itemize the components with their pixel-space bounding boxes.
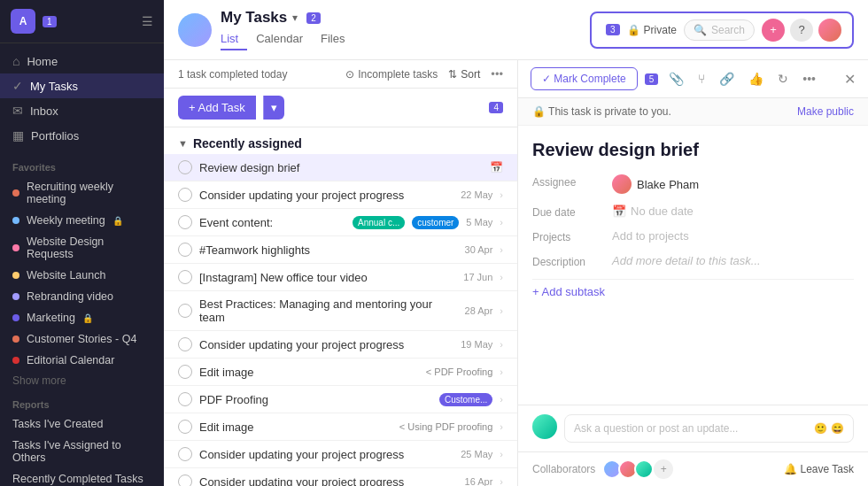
- table-row[interactable]: ○ Event content: Annual c... customer 5 …: [164, 209, 517, 236]
- add-task-button[interactable]: + Add Task: [178, 96, 256, 120]
- org-logo[interactable]: A: [11, 9, 35, 34]
- table-row[interactable]: ○ Consider updating your project progres…: [164, 441, 517, 468]
- table-row[interactable]: ○ Consider updating your project progres…: [164, 331, 517, 359]
- task-scroll[interactable]: ▼ Recently assigned ○ Review design brie…: [164, 127, 517, 486]
- fav-item-recruiting[interactable]: Recruiting weekly meeting: [0, 176, 164, 210]
- like-icon[interactable]: 👍: [745, 70, 767, 88]
- table-row[interactable]: ○ Consider updating your project progres…: [164, 468, 517, 486]
- fav-item-weekly[interactable]: Weekly meeting 🔒: [0, 210, 164, 231]
- task-list-header: 1 task completed today ⊙ Incomplete task…: [164, 60, 517, 89]
- add-projects-value[interactable]: Add to projects: [612, 229, 689, 243]
- table-row[interactable]: ○ Review design brief 📅: [164, 154, 517, 181]
- check-icon: ⊙: [345, 68, 354, 81]
- topbar: My Tasks ▾ 2 List Calendar Files 3 🔒 Pri…: [164, 0, 868, 60]
- fav-item-website-launch[interactable]: Website Launch: [0, 265, 164, 286]
- tab-bar: List Calendar Files: [221, 30, 353, 50]
- report-tasks-assigned[interactable]: Tasks I've Assigned to Others: [0, 435, 164, 468]
- tab-files[interactable]: Files: [312, 30, 353, 50]
- leave-task-button[interactable]: 🔔 Leave Task: [784, 463, 854, 475]
- mark-complete-button[interactable]: ✓ Mark Complete: [531, 67, 638, 90]
- task-detail-title[interactable]: Review design brief: [532, 140, 854, 160]
- due-date-field: Due date 📅 No due date: [532, 204, 854, 219]
- report-tasks-created[interactable]: Tasks I've Created: [0, 413, 164, 435]
- more-options-icon[interactable]: •••: [799, 70, 819, 88]
- detail-content: Review design brief Assignee Blake Pham …: [518, 126, 868, 405]
- laugh-icon[interactable]: 😄: [831, 422, 844, 435]
- add-button[interactable]: +: [762, 19, 785, 42]
- link-icon[interactable]: 🔗: [716, 70, 738, 88]
- task-checkbox[interactable]: ○: [178, 447, 192, 461]
- collaborator-avatar-3: [634, 459, 654, 479]
- fav-item-editorial[interactable]: Editorial Calendar: [0, 350, 164, 371]
- sidebar-item-my-tasks[interactable]: ✓ My Tasks: [0, 73, 164, 98]
- tab-calendar[interactable]: Calendar: [247, 30, 312, 50]
- refresh-icon[interactable]: ↻: [774, 70, 792, 88]
- task-checkbox[interactable]: ○: [178, 474, 192, 486]
- task-checkbox[interactable]: ○: [178, 160, 192, 174]
- description-value[interactable]: Add more detail to this task...: [612, 254, 761, 267]
- fav-item-customer-stories[interactable]: Customer Stories - Q4: [0, 328, 164, 350]
- fav-dot: [12, 272, 19, 279]
- table-row[interactable]: ○ Consider updating your project progres…: [164, 181, 517, 209]
- my-tasks-icon: ✓: [12, 79, 23, 93]
- attachment-icon[interactable]: 📎: [665, 70, 687, 88]
- task-checkbox[interactable]: ○: [178, 365, 192, 379]
- title-dropdown-icon[interactable]: ▾: [292, 12, 298, 24]
- task-checkbox[interactable]: ○: [178, 304, 192, 318]
- sidebar-item-home[interactable]: ⌂ Home: [0, 49, 164, 73]
- task-checkbox[interactable]: ○: [178, 337, 192, 351]
- table-row[interactable]: ○ PDF Proofing Custome... ›: [164, 386, 517, 413]
- sidebar-item-inbox[interactable]: ✉ Inbox: [0, 98, 164, 123]
- task-checkbox[interactable]: ○: [178, 270, 192, 284]
- task-checkbox[interactable]: ○: [178, 188, 192, 202]
- tag-customer: customer: [412, 216, 459, 229]
- task-checkbox[interactable]: ○: [178, 215, 192, 229]
- fav-item-rebranding[interactable]: Rebranding video: [0, 286, 164, 307]
- tab-list[interactable]: List: [221, 30, 247, 50]
- chevron-right-icon: ›: [500, 189, 503, 200]
- task-checkbox[interactable]: ○: [178, 243, 192, 257]
- detail-badge: 5: [645, 73, 659, 85]
- sidebar-header: A 1 ☰: [0, 0, 164, 43]
- task-toolbar: + Add Task ▾ 4: [164, 89, 517, 127]
- branch-icon[interactable]: ⑂: [694, 70, 709, 88]
- topbar-right-section: 3 🔒 Private 🔍 Search + ?: [590, 12, 854, 49]
- table-row[interactable]: ○ #Teamwork highlights 30 Apr ›: [164, 236, 517, 264]
- collaborators-avatars: +: [602, 459, 673, 479]
- recently-assigned-header[interactable]: ▼ Recently assigned: [164, 127, 517, 154]
- incomplete-badge: ⊙ Incomplete tasks: [345, 68, 438, 81]
- add-task-dropdown-button[interactable]: ▾: [263, 96, 284, 120]
- report-recently-completed[interactable]: Recently Completed Tasks: [0, 468, 164, 486]
- chevron-right-icon: ›: [500, 272, 503, 282]
- table-row[interactable]: ○ Edit image < Using PDF proofing ›: [164, 413, 517, 441]
- smiley-icon[interactable]: 🙂: [814, 422, 827, 435]
- fav-item-website-design[interactable]: Website Design Requests: [0, 231, 164, 265]
- task-checkbox[interactable]: ○: [178, 392, 192, 406]
- table-row[interactable]: ○ Edit image < PDF Proofing ›: [164, 359, 517, 386]
- sidebar: A 1 ☰ ⌂ Home ✓ My Tasks ✉ Inbox ▦ Portfo…: [0, 0, 164, 486]
- comment-input[interactable]: Ask a question or post an update... 🙂 😄: [564, 414, 854, 443]
- current-user-avatar[interactable]: [818, 19, 841, 42]
- menu-icon[interactable]: ☰: [142, 14, 153, 28]
- show-more[interactable]: Show more: [0, 371, 164, 390]
- add-subtask-button[interactable]: + Add subtask: [532, 279, 854, 304]
- assignee-field: Assignee Blake Pham: [532, 174, 854, 194]
- make-public-button[interactable]: Make public: [797, 105, 854, 118]
- sort-button[interactable]: ⇅ Sort: [448, 68, 480, 81]
- more-options-button[interactable]: •••: [491, 67, 503, 81]
- chevron-right-icon: ›: [500, 394, 503, 405]
- chevron-right-icon: ›: [500, 366, 503, 377]
- sidebar-item-portfolios[interactable]: ▦ Portfolios: [0, 123, 164, 148]
- add-collaborator-button[interactable]: +: [654, 459, 673, 479]
- table-row[interactable]: ○ Best Practices: Managing and mentoring…: [164, 291, 517, 331]
- help-button[interactable]: ?: [790, 19, 813, 42]
- close-detail-button[interactable]: ✕: [844, 71, 856, 88]
- inbox-icon: ✉: [12, 104, 23, 118]
- assignee-value: Blake Pham: [612, 174, 699, 194]
- search-box[interactable]: 🔍 Search: [684, 19, 755, 41]
- section-collapse-icon: ▼: [178, 138, 188, 149]
- table-row[interactable]: ○ [Instagram] New office tour video 17 J…: [164, 264, 517, 291]
- task-checkbox[interactable]: ○: [178, 420, 192, 434]
- fav-item-marketing[interactable]: Marketing 🔒: [0, 307, 164, 328]
- due-date-value[interactable]: 📅 No due date: [612, 204, 694, 218]
